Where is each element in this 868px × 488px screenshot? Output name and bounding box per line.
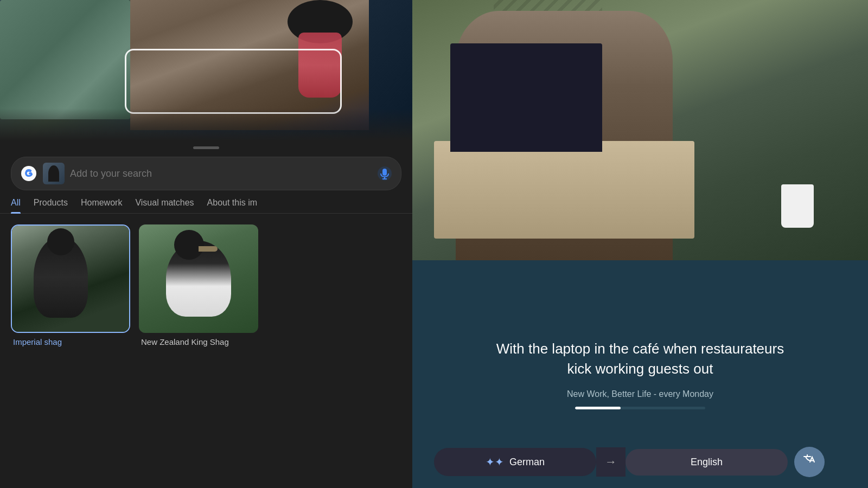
result-label-imperial-shag: Imperial shag [11, 337, 130, 346]
google-logo-icon: G [20, 165, 37, 182]
right-bottom: With the laptop in the café when restaur… [412, 260, 868, 488]
tab-visual-matches[interactable]: Visual matches [135, 198, 194, 213]
right-top-image [412, 0, 868, 260]
tabs-container: All Products Homework Visual matches Abo… [0, 190, 412, 214]
translate-icon-button[interactable] [794, 447, 825, 477]
tab-about[interactable]: About this im [207, 198, 257, 213]
selection-box [125, 49, 342, 114]
bird-left-image [0, 0, 130, 119]
mic-icon[interactable] [377, 166, 392, 181]
search-input[interactable] [70, 168, 372, 179]
drag-handle[interactable] [193, 146, 219, 149]
article-title: With the laptop in the café when restaur… [491, 339, 789, 378]
translation-bar: ✦✦ German → English [434, 447, 825, 477]
search-bar-container: G [0, 152, 412, 190]
left-panel: G All Products Homework [0, 0, 412, 488]
top-image-area [0, 0, 412, 141]
translate-icon [802, 453, 816, 471]
tab-all[interactable]: All [11, 198, 21, 213]
result-card-nz-king-shag[interactable]: New Zealand King Shag [139, 224, 258, 346]
imperial-shag-photo [12, 226, 129, 332]
drag-handle-container[interactable] [0, 141, 412, 152]
result-label-nz-king-shag: New Zealand King Shag [139, 337, 258, 346]
right-panel: With the laptop in the café when restaur… [412, 0, 868, 488]
coffee-cup [781, 184, 814, 228]
results-grid: Imperial shag New Zealand King Shag [0, 214, 412, 357]
search-bar[interactable]: G [11, 157, 401, 190]
result-image-nz-king-shag [139, 224, 258, 333]
translate-english-button[interactable]: English [626, 449, 788, 476]
search-thumbnail [43, 163, 65, 184]
translate-arrow-button[interactable]: → [596, 447, 626, 477]
sparkle-icon: ✦✦ [486, 455, 504, 468]
nz-king-shag-photo [139, 224, 258, 333]
bird2-head [174, 230, 204, 260]
image-fade [0, 108, 412, 141]
laptop-screen [450, 43, 602, 152]
result-image-imperial-shag [11, 224, 130, 333]
english-label: English [691, 457, 723, 468]
svg-rect-3 [382, 169, 387, 176]
tab-homework[interactable]: Homework [81, 198, 122, 213]
result-card-imperial-shag[interactable]: Imperial shag [11, 224, 130, 346]
german-label: German [509, 457, 545, 468]
tab-products[interactable]: Products [34, 198, 68, 213]
translate-german-button[interactable]: ✦✦ German [434, 448, 596, 476]
arrow-icon: → [605, 455, 617, 468]
article-subtitle: New Work, Better Life - every Monday [567, 389, 713, 399]
laptop-surface [434, 141, 694, 239]
bird2-beak [199, 246, 218, 252]
progress-bar-fill [575, 407, 621, 409]
progress-bar [575, 407, 705, 409]
bird1-head [47, 228, 74, 255]
